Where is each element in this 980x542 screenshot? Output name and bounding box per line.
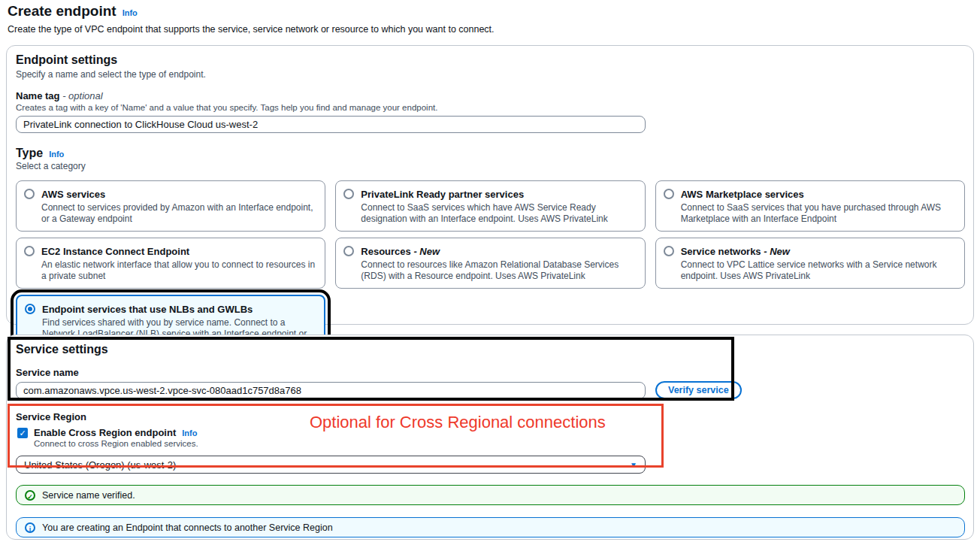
endpoint-settings-heading: Endpoint settings (16, 53, 964, 67)
cross-region-checkbox-description: Connect to cross Region enabled services… (34, 439, 964, 448)
chevron-down-icon: ▼ (630, 461, 637, 469)
page-description: Create the type of VPC endpoint that sup… (8, 24, 972, 35)
cross-region-info-text: You are creating an Endpoint that connec… (42, 522, 333, 533)
type-subtitle: Select a category (16, 161, 964, 171)
type-tile-ec2-instance-connect[interactable]: EC2 Instance Connect Endpoint An elastic… (16, 238, 325, 289)
page-title-info-link[interactable]: Info (122, 8, 138, 17)
type-tile-privatelink-partner[interactable]: PrivateLink Ready partner services Conne… (335, 180, 645, 232)
radio-icon[interactable] (24, 246, 35, 256)
cross-region-info-link[interactable]: Info (182, 428, 197, 438)
region-select[interactable]: United States (Oregon) (us-west-2) ▼ (16, 456, 646, 474)
service-name-input[interactable] (16, 382, 646, 399)
verify-service-button[interactable]: Verify service (655, 381, 742, 399)
type-tile-marketplace[interactable]: AWS Marketplace services Connect to SaaS… (655, 180, 965, 232)
create-endpoint-page: Create endpoint Info Create the type of … (0, 0, 980, 542)
service-region-label: Service Region (16, 411, 964, 422)
tile-description: Connect to SaaS services that you have p… (681, 202, 955, 225)
service-settings-heading: Service settings (16, 343, 964, 356)
type-info-link[interactable]: Info (49, 150, 64, 159)
type-heading: Type (16, 147, 43, 160)
service-verified-banner: ✓ Service name verified. (16, 485, 965, 505)
radio-icon[interactable] (343, 246, 354, 256)
new-badge: - New (411, 246, 440, 257)
tile-title: Service networks - New (681, 246, 790, 257)
name-tag-label: Name tag - optional (16, 90, 964, 101)
service-settings-panel: Service settings Service name Verify ser… (6, 335, 974, 540)
radio-selected-icon[interactable] (25, 304, 35, 314)
cross-region-checkbox-label: Enable Cross Region endpoint (34, 427, 176, 438)
type-tile-resources[interactable]: Resources - New Connect to resources lik… (335, 238, 645, 289)
radio-icon[interactable] (24, 189, 35, 199)
type-tile-service-networks[interactable]: Service networks - New Connect to VPC La… (655, 238, 965, 289)
radio-icon[interactable] (664, 189, 674, 199)
name-tag-input[interactable] (16, 116, 646, 133)
tile-title: Resources - New (361, 246, 440, 257)
tile-title: PrivateLink Ready partner services (361, 189, 524, 200)
cross-region-checkbox[interactable]: ✓ (17, 428, 28, 438)
tile-title: AWS Marketplace services (681, 189, 804, 200)
tile-title: Endpoint services that use NLBs and GWLB… (42, 304, 253, 315)
new-badge: - New (761, 246, 790, 257)
radio-icon[interactable] (664, 246, 674, 256)
tile-description: Connect to SaaS services which have AWS … (361, 202, 635, 225)
success-check-icon: ✓ (25, 490, 35, 501)
cross-region-info-banner: i You are creating an Endpoint that conn… (16, 517, 965, 537)
tile-description: Connect to services provided by Amazon w… (41, 202, 316, 225)
endpoint-settings-panel: Endpoint settings Specify a name and sel… (6, 45, 974, 325)
endpoint-settings-subtitle: Specify a name and select the type of en… (16, 69, 964, 80)
service-verified-text: Service name verified. (42, 490, 135, 501)
name-tag-description: Creates a tag with a key of 'Name' and a… (16, 103, 964, 112)
tile-description: Connect to resources like Amazon Relatio… (361, 259, 635, 282)
radio-icon[interactable] (343, 189, 354, 199)
info-circle-icon: i (25, 522, 35, 533)
name-tag-optional-suffix: - optional (62, 90, 102, 101)
page-title: Create endpoint (8, 3, 116, 20)
page-header: Create endpoint Info Create the type of … (8, 3, 972, 35)
type-tile-aws-services[interactable]: AWS services Connect to services provide… (16, 180, 325, 232)
service-name-label: Service name (16, 367, 964, 378)
tile-title: AWS services (41, 189, 105, 200)
region-select-value: United States (Oregon) (us-west-2) (24, 459, 176, 471)
tile-title: EC2 Instance Connect Endpoint (41, 246, 189, 257)
tile-description: Connect to VPC Lattice service networks … (681, 259, 955, 282)
tile-description: An elastic network interface that allow … (41, 259, 316, 282)
